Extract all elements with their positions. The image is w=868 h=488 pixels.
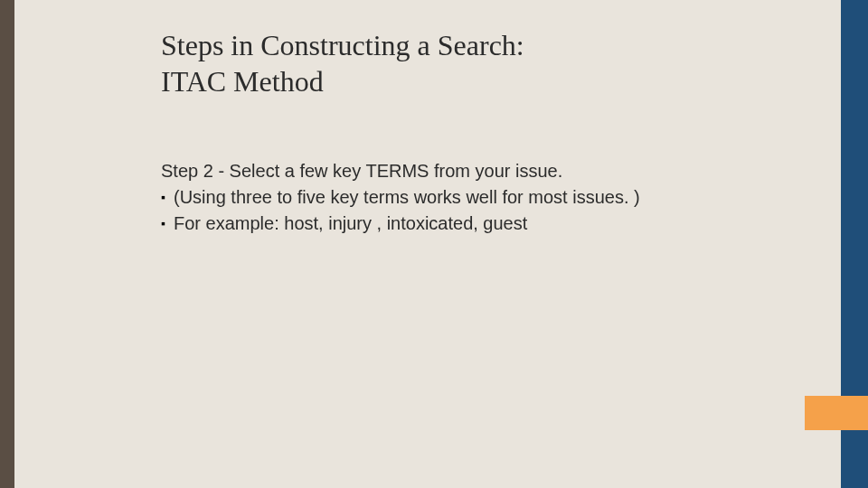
- left-accent-stripe: [0, 0, 14, 488]
- step-heading: Step 2 - Select a few key TERMS from you…: [161, 159, 740, 183]
- slide-title: Steps in Constructing a Search: ITAC Met…: [161, 27, 667, 99]
- body-content: Step 2 - Select a few key TERMS from you…: [161, 159, 740, 238]
- title-line-2: ITAC Method: [161, 65, 324, 98]
- bullet-text: (Using three to five key terms works wel…: [174, 185, 740, 210]
- square-bullet-icon: ▪: [161, 211, 174, 235]
- bullet-text: For example: host, injury , intoxicated,…: [174, 211, 740, 236]
- square-bullet-icon: ▪: [161, 185, 174, 209]
- bullet-item: ▪ For example: host, injury , intoxicate…: [161, 211, 740, 236]
- title-line-1: Steps in Constructing a Search:: [161, 29, 524, 61]
- bullet-item: ▪ (Using three to five key terms works w…: [161, 185, 740, 210]
- orange-accent-tab: [805, 396, 868, 430]
